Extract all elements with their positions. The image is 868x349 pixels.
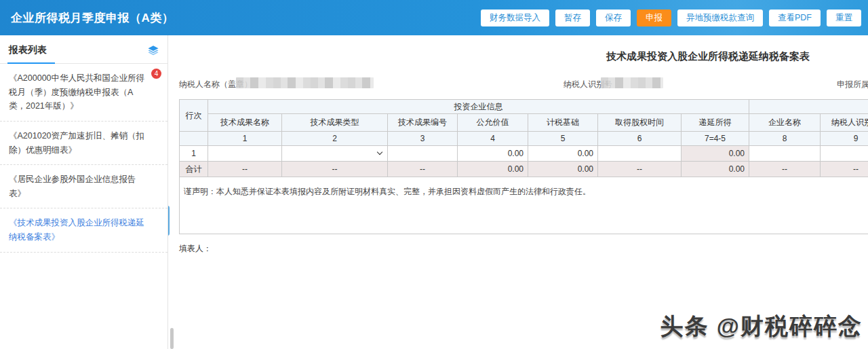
total-label-cell: 合计 xyxy=(180,162,208,177)
total-cell: -- xyxy=(282,162,388,177)
col-number: 7=4-5 xyxy=(682,132,749,146)
finance-data-import-button[interactable]: 财务数据导入 xyxy=(481,10,549,26)
col-header-line-no: 行次 xyxy=(180,100,208,132)
total-cell: -- xyxy=(821,162,868,177)
deferral-filing-table: 行次 投资企业信息 技术成果名称 技术成果类型 技术成果编号 公允价值 计税基础… xyxy=(179,99,868,177)
table-row: 1 0.00 0.00 0.00 xyxy=(180,146,868,162)
deferred-income-cell: 0.00 xyxy=(682,146,749,162)
investee-taxpayer-id-input-cell[interactable] xyxy=(821,146,868,162)
page-title: 企业所得税月季度申报（A类） xyxy=(11,10,174,26)
error-count-badge: 4 xyxy=(151,69,161,79)
taxpayer-id-value-redacted xyxy=(601,77,663,88)
filing-period-label: 申报所属期: xyxy=(837,79,868,90)
remote-prepaid-tax-query-button[interactable]: 异地预缴税款查询 xyxy=(677,10,763,26)
report-list: 《A200000中华人民共和国企业所得税月（季）度预缴纳税申报表（A类，2021… xyxy=(0,64,167,253)
col-header-tax-basis: 计税基础 xyxy=(528,114,598,132)
tax-basis-cell[interactable]: 0.00 xyxy=(528,146,598,162)
total-cell: 0.00 xyxy=(528,162,598,177)
sidebar-title: 报表列表 xyxy=(9,44,47,56)
col-header-deferred-income: 递延所得 xyxy=(682,114,749,132)
col-number: 9 xyxy=(821,132,868,146)
total-row: 合计 -- -- -- 0.00 0.00 -- 0.00 -- -- xyxy=(180,162,868,177)
vertical-scrollbar-thumb[interactable] xyxy=(170,328,174,349)
tech-name-input-cell[interactable] xyxy=(208,146,282,162)
col-header-tech-number: 技术成果编号 xyxy=(388,114,458,132)
enterprise-name-input-cell[interactable] xyxy=(749,146,821,162)
group-header-investee-info xyxy=(749,100,868,114)
col-header-tech-type: 技术成果类型 xyxy=(282,114,388,132)
col-header-equity-date: 取得股权时间 xyxy=(598,114,682,132)
total-cell: 0.00 xyxy=(682,162,749,177)
preparer-label: 填表人： xyxy=(179,243,868,255)
chevron-down-icon xyxy=(377,149,382,155)
app-header: 企业所得税月季度申报（A类） 财务数据导入 暂存 保存 申报 异地预缴税款查询 … xyxy=(0,0,868,35)
sidebar-item-foreign-enterprise-report[interactable]: 《居民企业参股外国企业信息报告表》 xyxy=(0,165,167,208)
temp-save-button[interactable]: 暂存 xyxy=(555,10,590,26)
total-cell: -- xyxy=(598,162,682,177)
equity-date-input-cell[interactable] xyxy=(598,146,682,162)
layers-icon[interactable] xyxy=(147,44,159,56)
sidebar-header: 报表列表 xyxy=(0,35,167,64)
view-pdf-button[interactable]: 查看PDF xyxy=(769,10,821,26)
form-sheet: 技术成果投资入股企业所得税递延纳税备案表 纳税人名称（盖章） 纳税人识别号 申报… xyxy=(179,35,868,255)
col-number: 3 xyxy=(388,132,458,146)
taxpayer-meta-row: 纳税人名称（盖章） 纳税人识别号 申报所属期: xyxy=(179,78,868,89)
toolbar: 财务数据导入 暂存 保存 申报 异地预缴税款查询 查看PDF 重置 xyxy=(481,10,861,26)
sidebar-item-label: 《A200000中华人民共和国企业所得税月（季）度预缴纳税申报表（A类，2021… xyxy=(9,73,144,111)
col-header-taxpayer-id: 纳税人识别号 xyxy=(821,114,868,132)
tech-type-select[interactable] xyxy=(282,146,388,162)
total-cell: 0.00 xyxy=(458,162,528,177)
col-header-fair-value: 公允价值 xyxy=(458,114,528,132)
fair-value-cell[interactable]: 0.00 xyxy=(458,146,528,162)
watermark-text: 头条 @财税碎碎念 xyxy=(660,311,863,342)
sidebar-collapse-handle[interactable]: ‹ xyxy=(168,206,170,236)
col-number: 8 xyxy=(749,132,821,146)
col-number: 5 xyxy=(528,132,598,146)
sidebar-item-label: 《技术成果投资入股企业所得税递延纳税备案表》 xyxy=(9,218,144,242)
col-number: 2 xyxy=(282,132,388,146)
sidebar-item-a200000[interactable]: 《A200000中华人民共和国企业所得税月（季）度预缴纳税申报表（A类，2021… xyxy=(0,64,167,122)
col-number: 4 xyxy=(458,132,528,146)
reset-button[interactable]: 重置 xyxy=(827,10,861,26)
main-panel: ‹ 技术成果投资入股企业所得税递延纳税备案表 纳税人名称（盖章） 纳税人识别号 … xyxy=(168,35,868,349)
declaration-text: 谨声明：本人知悉并保证本表填报内容及所附证明材料真实、完整，并承担因资料虚假而产… xyxy=(184,187,591,196)
declare-button[interactable]: 申报 xyxy=(637,10,671,26)
declaration-box: 谨声明：本人知悉并保证本表填报内容及所附证明材料真实、完整，并承担因资料虚假而产… xyxy=(179,177,868,234)
report-list-sidebar: 报表列表 《A200000中华人民共和国企业所得税月（季）度预缴纳税申报表（A类… xyxy=(0,35,168,349)
content-area: 报表列表 《A200000中华人民共和国企业所得税月（季）度预缴纳税申报表（A类… xyxy=(0,35,868,349)
total-cell: -- xyxy=(208,162,282,177)
col-header-enterprise-name: 企业名称 xyxy=(749,114,821,132)
save-button[interactable]: 保存 xyxy=(596,10,631,26)
col-number: 6 xyxy=(598,132,682,146)
total-cell: -- xyxy=(749,162,821,177)
group-header-investor-info: 投资企业信息 xyxy=(208,100,749,114)
sidebar-item-tech-investment-deferral[interactable]: 《技术成果投资入股企业所得税递延纳税备案表》 xyxy=(0,208,167,252)
total-cell: -- xyxy=(388,162,458,177)
col-number-blank xyxy=(180,132,208,146)
form-title: 技术成果投资入股企业所得税递延纳税备案表 xyxy=(179,50,868,63)
taxpayer-name-value-redacted xyxy=(236,77,374,88)
line-no-cell: 1 xyxy=(180,146,208,162)
sidebar-item-a201020[interactable]: 《A201020资产加速折旧、摊销（扣除）优惠明细表》 xyxy=(0,122,167,165)
col-header-tech-name: 技术成果名称 xyxy=(208,114,282,132)
tech-number-input-cell[interactable] xyxy=(388,146,458,162)
sidebar-item-label: 《A201020资产加速折旧、摊销（扣除）优惠明细表》 xyxy=(9,131,144,155)
col-number: 1 xyxy=(208,132,282,146)
sidebar-item-label: 《居民企业参股外国企业信息报告表》 xyxy=(9,174,136,198)
